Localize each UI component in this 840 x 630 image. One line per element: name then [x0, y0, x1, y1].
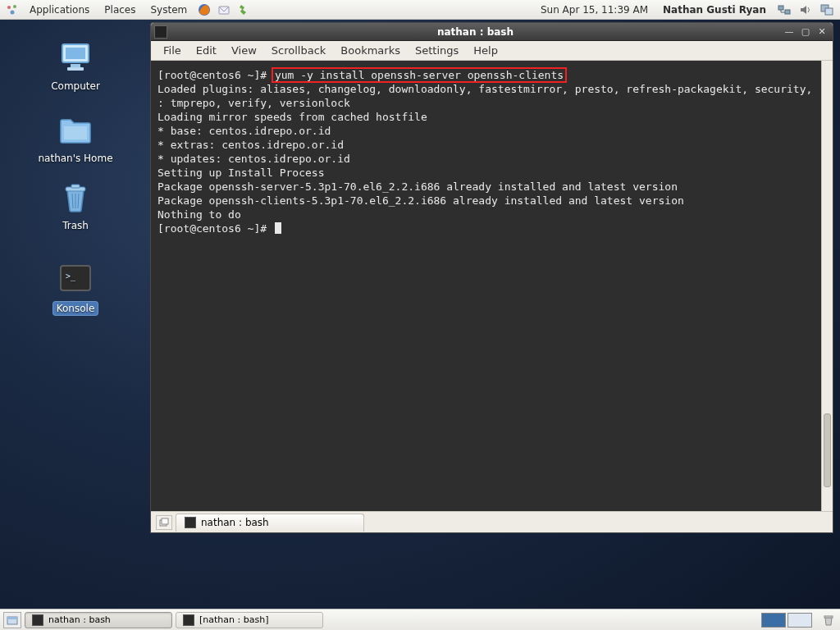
desktop-icon-label: Trash — [36, 220, 115, 231]
konsole-window: nathan : bash — ▢ ✕ File Edit View Scrol… — [150, 22, 833, 533]
terminal-line: : tmprepo, verify, versionlock — [158, 96, 826, 110]
terminal-line: Package openssh-server-5.3p1-70.el6_2.2.… — [158, 180, 826, 194]
terminal-line: Loading mirror speeds from cached hostfi… — [158, 110, 826, 124]
svg-rect-12 — [67, 67, 84, 71]
svg-rect-8 — [825, 8, 833, 15]
terminal-line: Loaded plugins: aliases, changelog, down… — [158, 82, 826, 96]
menu-system[interactable]: System — [144, 2, 194, 18]
desktop-icon-trash[interactable]: Trash — [36, 177, 115, 231]
menu-bookmarks[interactable]: Bookmarks — [333, 42, 408, 59]
panel-right: Sun Apr 15, 11:39 AM Nathan Gusti Ryan — [536, 2, 840, 18]
minimize-button[interactable]: — — [782, 25, 797, 39]
taskbar-task[interactable]: nathan : bash — [25, 612, 172, 628]
runner-icon[interactable] — [235, 1, 253, 19]
desktop-icon-konsole[interactable]: >_ Konsole — [36, 259, 115, 315]
svg-rect-5 — [778, 6, 783, 10]
svg-point-0 — [7, 6, 11, 9]
menubar: File Edit View Scrollback Bookmarks Sett… — [151, 41, 833, 61]
svg-rect-25 — [824, 616, 833, 618]
desktop-icon-label: nathan's Home — [36, 153, 115, 164]
volume-icon[interactable] — [797, 2, 814, 18]
terminal-line: [root@centos6 ~]# yum -y install openssh… — [158, 68, 826, 82]
terminal-scrollbar[interactable] — [821, 61, 833, 511]
desktop-icon-label: Konsole — [53, 302, 98, 315]
menu-scrollback[interactable]: Scrollback — [264, 42, 334, 59]
svg-rect-10 — [66, 48, 85, 59]
menu-view[interactable]: View — [224, 42, 264, 59]
gnome-footprint-icon[interactable] — [3, 1, 21, 19]
terminal-line: Nothing to do — [158, 208, 826, 221]
close-button[interactable]: ✕ — [815, 25, 829, 39]
clock[interactable]: Sun Apr 15, 11:39 AM — [536, 4, 653, 16]
svg-text:>_: >_ — [66, 272, 76, 281]
maximize-button[interactable]: ▢ — [798, 25, 813, 39]
scrollbar-thumb[interactable] — [824, 413, 831, 487]
menu-file[interactable]: File — [156, 42, 189, 59]
titlebar[interactable]: nathan : bash — ▢ ✕ — [151, 23, 833, 41]
svg-point-2 — [11, 10, 15, 14]
terminal-line: Setting up Install Process — [158, 166, 826, 180]
top-panel: Applications Places System Sun Apr 15, 1… — [0, 0, 840, 20]
terminal-line: * extras: centos.idrepo.or.id — [158, 138, 826, 152]
svg-rect-11 — [71, 64, 80, 67]
new-tab-button[interactable] — [156, 515, 172, 530]
network-icon[interactable] — [776, 2, 792, 18]
firefox-icon[interactable] — [195, 1, 213, 19]
panel-trash-icon[interactable] — [820, 612, 837, 628]
workspace-switcher — [761, 613, 812, 628]
show-desktop-button[interactable] — [3, 612, 21, 628]
svg-rect-15 — [71, 185, 80, 188]
menu-places[interactable]: Places — [98, 2, 142, 18]
terminal-line: Package openssh-clients-5.3p1-70.el6_2.2… — [158, 194, 826, 208]
terminal-task-icon — [32, 614, 43, 626]
terminal-line: * base: centos.idrepo.or.id — [158, 124, 826, 138]
terminal-task-icon — [183, 614, 194, 626]
workspace-2[interactable] — [788, 613, 812, 628]
svg-rect-22 — [162, 518, 168, 524]
task-label: [nathan : bash] — [199, 614, 268, 625]
desktop-icon-label: Computer — [36, 80, 115, 92]
user-menu[interactable]: Nathan Gusti Ryan — [658, 4, 771, 16]
menu-help[interactable]: Help — [466, 42, 505, 59]
menu-applications[interactable]: Applications — [23, 2, 96, 18]
taskbar-task[interactable]: [nathan : bash] — [176, 612, 323, 628]
evolution-icon[interactable] — [215, 1, 233, 19]
terminal-area[interactable]: [root@centos6 ~]# yum -y install openssh… — [151, 61, 833, 511]
desktop-icon-computer[interactable]: Computer — [36, 38, 115, 92]
svg-rect-24 — [7, 617, 17, 619]
tab-label: nathan : bash — [201, 517, 269, 528]
svg-rect-6 — [785, 10, 790, 14]
home-folder-icon — [56, 110, 95, 149]
workspace-1[interactable] — [761, 613, 786, 628]
terminal-line: * updates: centos.idrepo.or.id — [158, 152, 826, 166]
task-label: nathan : bash — [48, 614, 111, 625]
terminal-tab-icon — [185, 517, 196, 528]
trash-icon — [56, 177, 95, 217]
bottom-panel: nathan : bash [nathan : bash] — [0, 609, 840, 630]
konsole-icon: >_ — [56, 259, 95, 299]
menu-edit[interactable]: Edit — [189, 42, 224, 59]
window-app-icon — [154, 25, 167, 39]
panel-left: Applications Places System — [0, 1, 253, 19]
windows-switcher-icon[interactable] — [819, 2, 835, 18]
desktop-icon-home[interactable]: nathan's Home — [36, 110, 115, 164]
window-title: nathan : bash — [171, 26, 780, 38]
tabbar: nathan : bash — [151, 511, 833, 532]
menu-settings[interactable]: Settings — [408, 42, 466, 59]
svg-point-1 — [13, 5, 16, 8]
cursor-icon — [275, 222, 281, 234]
tab-active[interactable]: nathan : bash — [176, 514, 364, 532]
highlighted-command: yum -y install openssh-server openssh-cl… — [272, 67, 567, 83]
terminal-line: [root@centos6 ~]# — [158, 221, 826, 235]
svg-rect-13 — [64, 126, 87, 139]
computer-icon — [56, 38, 95, 77]
